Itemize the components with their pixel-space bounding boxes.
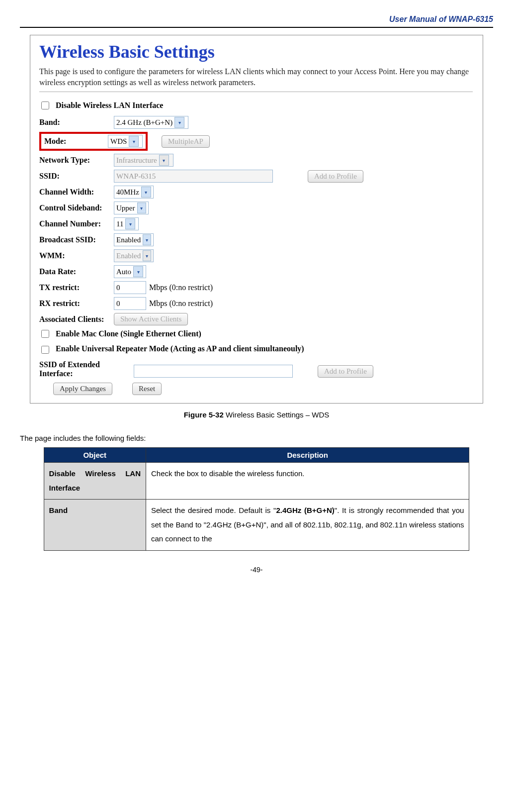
apply-changes-button[interactable]: Apply Changes [53,383,112,395]
wmm-label: WMM: [39,251,114,260]
channel-number-value: 11 [116,220,123,228]
table-row: Band Select the desired mode. Default is… [44,500,469,551]
enable-universal-repeater-label: Enable Universal Repeater Mode (Acting a… [56,344,304,353]
rx-restrict-suffix: Mbps (0:no restrict) [149,299,213,308]
data-rate-select[interactable]: Auto ▾ [114,265,146,278]
show-active-clients-button[interactable]: Show Active Clients [114,313,188,325]
divider [39,92,473,92]
document-header: User Manual of WNAP-6315 [20,15,493,28]
chevron-down-icon: ▾ [125,218,135,229]
table-cell-description: Check the box to disable the wireless fu… [146,463,469,500]
data-rate-value: Auto [116,268,131,276]
multiple-ap-button[interactable]: MultipleAP [162,135,210,148]
network-type-select: Infrastructure ▾ [114,154,173,167]
chevron-down-icon: ▾ [133,266,143,277]
settings-screenshot-frame: Wireless Basic Settings This page is use… [30,35,483,404]
panel-description: This page is used to configure the param… [39,66,473,88]
disable-wireless-checkbox[interactable] [41,102,49,109]
chevron-down-icon: ▾ [174,117,184,128]
network-type-label: Network Type: [39,156,114,165]
figure-number: Figure 5-32 [184,410,224,419]
band-value: 2.4 GHz (B+G+N) [116,118,172,127]
chevron-down-icon: ▾ [143,234,151,245]
chevron-down-icon: ▾ [129,136,139,147]
control-sideband-value: Upper [116,204,135,212]
ssid-extended-input[interactable] [134,365,293,378]
table-row: Disable Wireless LAN Interface Check the… [44,463,469,500]
chevron-down-icon: ▾ [141,187,151,198]
associated-clients-label: Associated Clients: [39,315,114,324]
tx-restrict-input[interactable]: 0 [114,281,146,294]
band-select[interactable]: 2.4 GHz (B+G+N) ▾ [114,116,188,129]
enable-mac-clone-label: Enable Mac Clone (Single Ethernet Client… [56,329,201,338]
mode-value: WDS [110,137,127,146]
reset-button[interactable]: Reset [132,383,162,395]
wmm-value: Enabled [116,252,141,260]
chevron-down-icon: ▾ [137,203,147,213]
ssid-label: SSID: [39,172,114,181]
network-type-value: Infrastructure [116,156,157,165]
channel-width-select[interactable]: 40MHz ▾ [114,186,154,199]
data-rate-label: Data Rate: [39,267,114,276]
description-table: Object Description Disable Wireless LAN … [44,447,470,551]
channel-width-value: 40MHz [116,188,139,197]
ssid-input[interactable]: WNAP-6315 [114,170,273,183]
control-sideband-select[interactable]: Upper ▾ [114,202,149,214]
figure-caption: Figure 5-32 Wireless Basic Settings – WD… [20,410,493,419]
channel-width-label: Channel Width: [39,188,114,197]
rx-restrict-value: 0 [116,300,120,308]
rx-restrict-input[interactable]: 0 [114,297,146,310]
control-sideband-label: Control Sideband: [39,203,114,212]
channel-number-select[interactable]: 11 ▾ [114,217,139,230]
table-cell-object: Band [44,500,146,551]
table-cell-object: Disable Wireless LAN Interface [44,463,146,500]
table-cell-description: Select the desired mode. Default is "2.4… [146,500,469,551]
mode-highlight-box: Mode: WDS ▾ [39,132,148,151]
chevron-down-icon: ▾ [159,155,169,166]
broadcast-ssid-value: Enabled [116,236,141,244]
disable-wireless-label: Disable Wireless LAN Interface [56,101,163,110]
table-header-object: Object [44,448,146,463]
ssid-extended-label: SSID of Extended Interface: [39,360,134,378]
enable-mac-clone-checkbox[interactable] [41,330,49,338]
broadcast-ssid-label: Broadcast SSID: [39,235,114,244]
panel-title: Wireless Basic Settings [39,41,473,62]
ssid-value: WNAP-6315 [116,172,156,181]
tx-restrict-suffix: Mbps (0:no restrict) [149,283,213,292]
chevron-down-icon: ▾ [143,250,151,261]
rx-restrict-label: RX restrict: [39,299,114,308]
intro-text: The page includes the following fields: [20,434,493,442]
broadcast-ssid-select[interactable]: Enabled ▾ [114,233,154,246]
tx-restrict-label: TX restrict: [39,283,114,292]
wmm-select: Enabled ▾ [114,249,154,262]
tx-restrict-value: 0 [116,284,120,292]
add-to-profile-button[interactable]: Add to Profile [308,170,363,183]
mode-select[interactable]: WDS ▾ [108,135,143,148]
enable-universal-repeater-checkbox[interactable] [41,346,49,354]
channel-number-label: Channel Number: [39,219,114,228]
page-number: -49- [20,566,493,574]
band-label: Band: [39,118,114,127]
mode-label: Mode: [44,137,108,146]
table-header-description: Description [146,448,469,463]
figure-caption-text: Wireless Basic Settings – WDS [224,410,330,419]
add-to-profile-button-2[interactable]: Add to Profile [318,365,373,378]
